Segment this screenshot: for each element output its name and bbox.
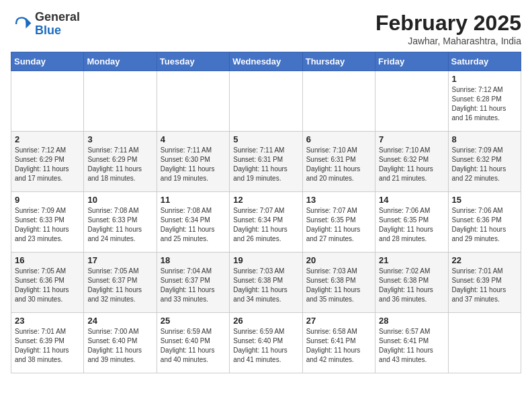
calendar-cell: 26Sunrise: 6:59 AM Sunset: 6:40 PM Dayli… — [230, 313, 302, 373]
day-info: Sunrise: 7:08 AM Sunset: 6:34 PM Dayligh… — [161, 206, 226, 244]
day-info: Sunrise: 7:06 AM Sunset: 6:36 PM Dayligh… — [452, 206, 517, 244]
calendar-cell: 9Sunrise: 7:09 AM Sunset: 6:33 PM Daylig… — [11, 192, 84, 253]
calendar-cell: 20Sunrise: 7:03 AM Sunset: 6:38 PM Dayli… — [302, 253, 375, 313]
calendar-cell: 27Sunrise: 6:58 AM Sunset: 6:41 PM Dayli… — [302, 313, 375, 373]
calendar-table: SundayMondayTuesdayWednesdayThursdayFrid… — [11, 52, 521, 373]
calendar-header-row: SundayMondayTuesdayWednesdayThursdayFrid… — [11, 52, 521, 71]
day-header-sunday: Sunday — [11, 52, 84, 71]
calendar-week-row: 16Sunrise: 7:05 AM Sunset: 6:36 PM Dayli… — [11, 253, 521, 313]
calendar-week-row: 1Sunrise: 7:12 AM Sunset: 6:28 PM Daylig… — [11, 71, 521, 132]
day-info: Sunrise: 6:59 AM Sunset: 6:40 PM Dayligh… — [233, 327, 298, 365]
day-number: 15 — [452, 195, 517, 205]
calendar-cell: 8Sunrise: 7:09 AM Sunset: 6:32 PM Daylig… — [448, 132, 521, 192]
day-number: 24 — [87, 316, 152, 326]
day-header-monday: Monday — [84, 52, 157, 71]
calendar-cell: 17Sunrise: 7:05 AM Sunset: 6:37 PM Dayli… — [84, 253, 157, 313]
calendar-cell — [302, 71, 375, 132]
month-title: February 2025 — [375, 11, 521, 36]
logo-blue-text: Blue — [35, 24, 61, 37]
day-info: Sunrise: 7:11 AM Sunset: 6:29 PM Dayligh… — [87, 146, 152, 183]
day-info: Sunrise: 7:01 AM Sunset: 6:39 PM Dayligh… — [15, 327, 80, 365]
calendar-cell — [11, 71, 84, 132]
calendar-cell: 28Sunrise: 6:57 AM Sunset: 6:41 PM Dayli… — [375, 313, 448, 373]
day-info: Sunrise: 7:11 AM Sunset: 6:31 PM Dayligh… — [233, 146, 298, 183]
calendar-cell: 5Sunrise: 7:11 AM Sunset: 6:31 PM Daylig… — [230, 132, 302, 192]
calendar-cell: 2Sunrise: 7:12 AM Sunset: 6:29 PM Daylig… — [11, 132, 84, 192]
calendar-cell: 10Sunrise: 7:08 AM Sunset: 6:33 PM Dayli… — [84, 192, 157, 253]
day-header-tuesday: Tuesday — [157, 52, 229, 71]
page-header: General Blue February 2025 Jawhar, Mahar… — [11, 11, 521, 46]
day-number: 17 — [87, 255, 152, 265]
logo-general-text: General — [35, 10, 80, 24]
day-number: 7 — [379, 134, 444, 144]
day-info: Sunrise: 7:01 AM Sunset: 6:39 PM Dayligh… — [452, 267, 517, 304]
day-number: 12 — [233, 195, 298, 205]
day-info: Sunrise: 7:02 AM Sunset: 6:38 PM Dayligh… — [379, 267, 444, 304]
calendar-week-row: 23Sunrise: 7:01 AM Sunset: 6:39 PM Dayli… — [11, 313, 521, 373]
day-number: 21 — [379, 255, 444, 265]
day-info: Sunrise: 7:05 AM Sunset: 6:36 PM Dayligh… — [15, 267, 80, 304]
day-header-friday: Friday — [375, 52, 448, 71]
day-number: 1 — [452, 74, 517, 84]
day-info: Sunrise: 6:59 AM Sunset: 6:40 PM Dayligh… — [161, 327, 226, 365]
day-info: Sunrise: 7:07 AM Sunset: 6:35 PM Dayligh… — [306, 206, 371, 244]
day-number: 20 — [306, 255, 371, 265]
day-info: Sunrise: 7:07 AM Sunset: 6:34 PM Dayligh… — [233, 206, 298, 244]
title-section: February 2025 Jawhar, Maharashtra, India — [375, 11, 521, 46]
day-number: 13 — [306, 195, 371, 205]
day-number: 27 — [306, 316, 371, 326]
calendar-cell: 23Sunrise: 7:01 AM Sunset: 6:39 PM Dayli… — [11, 313, 84, 373]
day-info: Sunrise: 6:57 AM Sunset: 6:41 PM Dayligh… — [379, 327, 444, 365]
day-info: Sunrise: 7:05 AM Sunset: 6:37 PM Dayligh… — [87, 267, 152, 304]
day-info: Sunrise: 6:58 AM Sunset: 6:41 PM Dayligh… — [306, 327, 371, 365]
day-info: Sunrise: 7:06 AM Sunset: 6:35 PM Dayligh… — [379, 206, 444, 244]
day-number: 11 — [161, 195, 226, 205]
day-info: Sunrise: 7:09 AM Sunset: 6:32 PM Dayligh… — [452, 146, 517, 183]
calendar-cell: 1Sunrise: 7:12 AM Sunset: 6:28 PM Daylig… — [448, 71, 521, 132]
day-info: Sunrise: 7:04 AM Sunset: 6:37 PM Dayligh… — [161, 267, 226, 304]
day-number: 14 — [379, 195, 444, 205]
day-number: 5 — [233, 134, 298, 144]
day-info: Sunrise: 7:03 AM Sunset: 6:38 PM Dayligh… — [306, 267, 371, 304]
calendar-cell: 18Sunrise: 7:04 AM Sunset: 6:37 PM Dayli… — [157, 253, 229, 313]
day-number: 18 — [161, 255, 226, 265]
calendar-cell — [230, 71, 302, 132]
day-number: 2 — [15, 134, 80, 144]
day-info: Sunrise: 7:12 AM Sunset: 6:29 PM Dayligh… — [15, 146, 80, 183]
day-number: 25 — [161, 316, 226, 326]
day-number: 19 — [233, 255, 298, 265]
calendar-week-row: 9Sunrise: 7:09 AM Sunset: 6:33 PM Daylig… — [11, 192, 521, 253]
calendar-cell: 24Sunrise: 7:00 AM Sunset: 6:40 PM Dayli… — [84, 313, 157, 373]
day-info: Sunrise: 7:08 AM Sunset: 6:33 PM Dayligh… — [87, 206, 152, 244]
calendar-cell: 3Sunrise: 7:11 AM Sunset: 6:29 PM Daylig… — [84, 132, 157, 192]
calendar-cell — [375, 71, 448, 132]
day-info: Sunrise: 7:03 AM Sunset: 6:38 PM Dayligh… — [233, 267, 298, 304]
day-info: Sunrise: 7:09 AM Sunset: 6:33 PM Dayligh… — [15, 206, 80, 244]
day-info: Sunrise: 7:00 AM Sunset: 6:40 PM Dayligh… — [87, 327, 152, 365]
calendar-cell — [448, 313, 521, 373]
day-number: 28 — [379, 316, 444, 326]
day-number: 22 — [452, 255, 517, 265]
calendar-cell — [157, 71, 229, 132]
day-number: 26 — [233, 316, 298, 326]
day-info: Sunrise: 7:12 AM Sunset: 6:28 PM Dayligh… — [452, 85, 517, 123]
calendar-cell: 21Sunrise: 7:02 AM Sunset: 6:38 PM Dayli… — [375, 253, 448, 313]
calendar-cell: 22Sunrise: 7:01 AM Sunset: 6:39 PM Dayli… — [448, 253, 521, 313]
calendar-cell: 14Sunrise: 7:06 AM Sunset: 6:35 PM Dayli… — [375, 192, 448, 253]
calendar-cell: 12Sunrise: 7:07 AM Sunset: 6:34 PM Dayli… — [230, 192, 302, 253]
location-subtitle: Jawhar, Maharashtra, India — [375, 36, 521, 46]
calendar-cell: 13Sunrise: 7:07 AM Sunset: 6:35 PM Dayli… — [302, 192, 375, 253]
day-info: Sunrise: 7:11 AM Sunset: 6:30 PM Dayligh… — [161, 146, 226, 183]
day-number: 10 — [87, 195, 152, 205]
day-info: Sunrise: 7:10 AM Sunset: 6:31 PM Dayligh… — [306, 146, 371, 183]
day-number: 4 — [161, 134, 226, 144]
day-info: Sunrise: 7:10 AM Sunset: 6:32 PM Dayligh… — [379, 146, 444, 183]
logo: General Blue — [11, 11, 80, 38]
calendar-cell: 7Sunrise: 7:10 AM Sunset: 6:32 PM Daylig… — [375, 132, 448, 192]
calendar-cell — [84, 71, 157, 132]
day-number: 8 — [452, 134, 517, 144]
day-number: 6 — [306, 134, 371, 144]
calendar-cell: 15Sunrise: 7:06 AM Sunset: 6:36 PM Dayli… — [448, 192, 521, 253]
calendar-week-row: 2Sunrise: 7:12 AM Sunset: 6:29 PM Daylig… — [11, 132, 521, 192]
day-header-saturday: Saturday — [448, 52, 521, 71]
